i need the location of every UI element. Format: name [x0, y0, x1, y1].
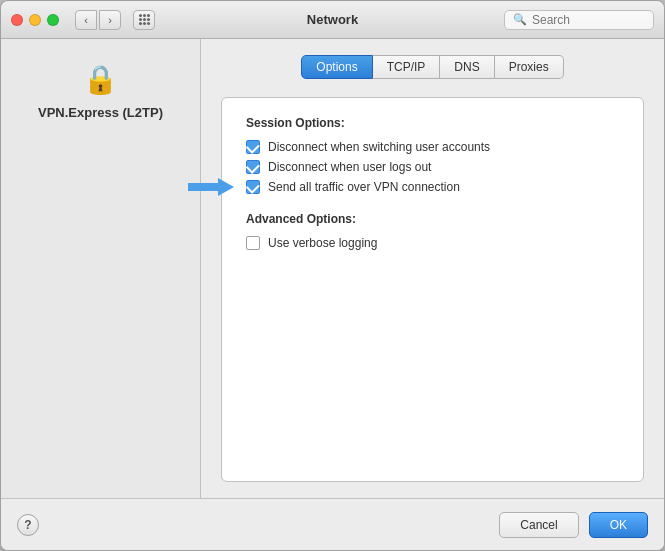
bottom-bar: ? Cancel OK [1, 498, 664, 550]
sidebar: 🔒 VPN.Express (L2TP) [1, 39, 201, 498]
search-input[interactable] [532, 13, 645, 27]
checkbox-row-verbose-logging: Use verbose logging [246, 236, 619, 250]
svg-marker-0 [188, 178, 234, 196]
checkbox-label-verbose-logging: Use verbose logging [268, 236, 377, 250]
content-area: 🔒 VPN.Express (L2TP) Options TCP/IP DNS … [1, 39, 664, 498]
forward-button[interactable]: › [99, 10, 121, 30]
checkbox-row-disconnect-accounts: Disconnect when switching user accounts [246, 140, 619, 154]
tab-options[interactable]: Options [301, 55, 372, 79]
cancel-button[interactable]: Cancel [499, 512, 578, 538]
close-button[interactable] [11, 14, 23, 26]
checkbox-label-disconnect-logout: Disconnect when user logs out [268, 160, 431, 174]
session-options-label: Session Options: [246, 116, 619, 130]
bottom-actions: Cancel OK [499, 512, 648, 538]
checkbox-label-send-traffic: Send all traffic over VPN connection [268, 180, 460, 194]
grid-icon [139, 14, 150, 25]
minimize-button[interactable] [29, 14, 41, 26]
tab-proxies[interactable]: Proxies [495, 55, 564, 79]
options-panel: Session Options: Disconnect when switchi… [221, 97, 644, 482]
arrow-indicator [188, 176, 234, 198]
search-box[interactable]: 🔍 [504, 10, 654, 30]
checkbox-verbose-logging[interactable] [246, 236, 260, 250]
vpn-name: VPN.Express (L2TP) [38, 105, 163, 120]
tab-tcpip[interactable]: TCP/IP [373, 55, 441, 79]
search-icon: 🔍 [513, 13, 527, 26]
advanced-options-section: Advanced Options: Use verbose logging [246, 212, 619, 250]
window-title: Network [307, 12, 358, 27]
titlebar: ‹ › Network 🔍 [1, 1, 664, 39]
back-button[interactable]: ‹ [75, 10, 97, 30]
lock-icon: 🔒 [83, 63, 118, 96]
checkbox-row-send-traffic: Send all traffic over VPN connection [246, 180, 619, 194]
ok-button[interactable]: OK [589, 512, 648, 538]
grid-button[interactable] [133, 10, 155, 30]
tabs: Options TCP/IP DNS Proxies [221, 55, 644, 79]
nav-buttons: ‹ › [75, 10, 121, 30]
checkbox-label-disconnect-accounts: Disconnect when switching user accounts [268, 140, 490, 154]
checkbox-row-disconnect-logout: Disconnect when user logs out [246, 160, 619, 174]
network-window: ‹ › Network 🔍 🔒 VPN.Express (L2TP) [0, 0, 665, 551]
checkbox-disconnect-accounts[interactable] [246, 140, 260, 154]
checkbox-send-traffic[interactable] [246, 180, 260, 194]
vpn-icon: 🔒 [81, 59, 121, 99]
checkbox-disconnect-logout[interactable] [246, 160, 260, 174]
advanced-options-label: Advanced Options: [246, 212, 619, 226]
main-panel: Options TCP/IP DNS Proxies Session Optio… [201, 39, 664, 498]
help-button[interactable]: ? [17, 514, 39, 536]
traffic-lights [11, 14, 59, 26]
arrow-icon [188, 176, 234, 198]
maximize-button[interactable] [47, 14, 59, 26]
tab-dns[interactable]: DNS [440, 55, 494, 79]
